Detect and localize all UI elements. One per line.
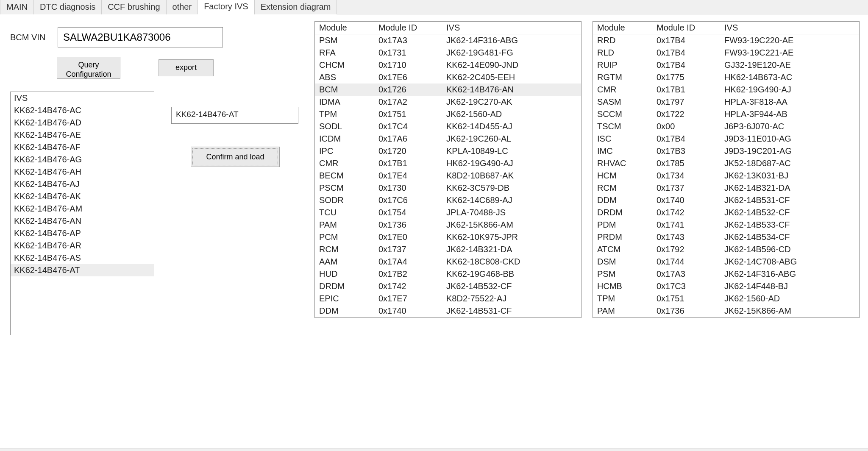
table-row[interactable]: RCM0x1737JK62-14B321-DA	[593, 182, 859, 194]
vin-label: BCM VIN	[10, 33, 58, 42]
table-row[interactable]: SODR0x17C6KK62-14C689-AJ	[315, 194, 581, 206]
query-configuration-button[interactable]: QueryConfiguration	[57, 57, 120, 79]
ivs-list-item[interactable]: KK62-14B476-AM	[11, 203, 154, 215]
table-row[interactable]: RFA0x1731JK62-19G481-FG	[315, 47, 581, 59]
ivs-list-item[interactable]: KK62-14B476-AH	[11, 166, 154, 178]
table-row[interactable]: DDM0x1740JK62-14B531-CF	[315, 305, 581, 317]
vin-input[interactable]	[58, 27, 223, 47]
col-module-id[interactable]: Module ID	[652, 22, 720, 34]
cell-module: SODL	[315, 120, 374, 133]
ivs-list[interactable]: IVSKK62-14B476-ACKK62-14B476-ADKK62-14B4…	[10, 92, 154, 335]
ivs-list-item[interactable]: KK62-14B476-AP	[11, 227, 154, 239]
table-row[interactable]: TPM0x1751JK62-1560-AD	[593, 292, 859, 305]
cell-module: ATCM	[593, 243, 652, 256]
table-row[interactable]: TSCM0x00J6P3-6J070-AC	[593, 120, 859, 133]
table-row[interactable]: BCM0x1726KK62-14B476-AN	[315, 84, 581, 96]
cell-id: 0x00	[652, 120, 720, 133]
table-row[interactable]: TCU0x1754JPLA-70488-JS	[315, 206, 581, 219]
tab-main[interactable]: MAIN	[0, 0, 34, 14]
table-row[interactable]: PSM0x17A3JK62-14F316-ABG	[593, 268, 859, 280]
table-row[interactable]: DRDM0x1742JK62-14B532-CF	[593, 206, 859, 219]
ivs-list-item[interactable]: KK62-14B476-AD	[11, 117, 154, 129]
col-module[interactable]: Module	[315, 22, 374, 34]
table-row[interactable]: IMC0x17B3J9D3-19C201-AG	[593, 145, 859, 157]
table-row[interactable]: HCM0x1734JK62-13K031-BJ	[593, 170, 859, 182]
cell-id: 0x17B2	[374, 268, 442, 280]
table-row[interactable]: RLD0x17B4FW93-19C221-AE	[593, 47, 859, 59]
table-row[interactable]: ICDM0x17A6JK62-19C260-AL	[315, 133, 581, 145]
tab-ccf-brushing[interactable]: CCF brushing	[101, 0, 166, 14]
cell-id: 0x1710	[374, 59, 442, 71]
ivs-list-item[interactable]: KK62-14B476-AF	[11, 141, 154, 153]
cell-id: 0x17A6	[374, 133, 442, 145]
cell-id: 0x17A3	[652, 268, 720, 280]
cell-ivs: JK62-13K031-BJ	[720, 170, 859, 182]
tab-factory-ivs[interactable]: Factory IVS	[198, 0, 254, 14]
table-row[interactable]: HUD0x17B2KK62-19G468-BB	[315, 268, 581, 280]
table-row[interactable]: SODL0x17C4KK62-14D455-AJ	[315, 120, 581, 133]
table-row[interactable]: PAM0x1736JK62-15K866-AM	[315, 219, 581, 231]
ivs-list-item[interactable]: KK62-14B476-AS	[11, 252, 154, 264]
cell-module: PSCM	[315, 182, 374, 194]
ivs-list-item[interactable]: KK62-14B476-AC	[11, 104, 154, 117]
table-row[interactable]: ATCM0x1792JK62-14B596-CD	[593, 243, 859, 256]
ivs-list-item[interactable]: KK62-14B476-AT	[11, 264, 154, 276]
tab-other[interactable]: other	[166, 0, 198, 14]
table-row[interactable]: SCCM0x1722HPLA-3F944-AB	[593, 108, 859, 120]
cell-ivs: JK62-14B534-CF	[720, 231, 859, 243]
table-row[interactable]: HCM0x1734JK62-13K031-BJ	[315, 317, 581, 318]
table-row[interactable]: RUIP0x17B4GJ32-19E120-AE	[593, 59, 859, 71]
table-row[interactable]: RGTM0x1775HK62-14B673-AC	[593, 71, 859, 84]
tab-extension-diagram[interactable]: Extension diagram	[254, 0, 337, 14]
table-row[interactable]: BECM0x17E4K8D2-10B687-AK	[315, 170, 581, 182]
table-row[interactable]: EPIC0x17E7K8D2-75522-AJ	[315, 292, 581, 305]
cell-id: 0x1730	[374, 182, 442, 194]
table-row[interactable]: RRD0x17B4FW93-19C220-AE	[593, 34, 859, 47]
table-row[interactable]: CMR0x17B1HK62-19G490-AJ	[315, 157, 581, 170]
confirm-and-load-button[interactable]: Confirm and load	[191, 147, 280, 167]
table-row[interactable]: DRDM0x1742JK62-14B532-CF	[315, 280, 581, 292]
modules-table-right[interactable]: Module Module ID IVS RRD0x17B4FW93-19C22…	[593, 21, 860, 318]
cell-module: PDM	[593, 219, 652, 231]
table-row[interactable]: PAM0x1736JK62-15K866-AM	[593, 305, 859, 317]
table-row[interactable]: ISC0x17B4J9D3-11E010-AG	[593, 133, 859, 145]
selected-ivs-field[interactable]: KK62-14B476-AT	[171, 107, 298, 124]
table-row[interactable]: CHCM0x1710KK62-14E090-JND	[315, 59, 581, 71]
cell-id: 0x17E7	[374, 292, 442, 305]
table-row[interactable]: PSM0x17A3JK62-14F316-ABG	[315, 34, 581, 47]
table-row[interactable]: DDM0x1740JK62-14B531-CF	[593, 194, 859, 206]
ivs-list-item[interactable]: KK62-14B476-AJ	[11, 178, 154, 190]
cell-module: PCM	[315, 231, 374, 243]
table-row[interactable]: RHVAC0x1785JK52-18D687-AC	[593, 157, 859, 170]
export-button[interactable]: export	[159, 59, 214, 76]
table-row[interactable]: PSCM0x1730KK62-3C579-DB	[315, 182, 581, 194]
table-row[interactable]: SASM0x1797HPLA-3F818-AA	[593, 96, 859, 108]
modules-table-left[interactable]: Module Module ID IVS PSM0x17A3JK62-14F31…	[314, 21, 581, 318]
table-row[interactable]: PCM0x17E0KK62-10K975-JPR	[315, 231, 581, 243]
col-module-id[interactable]: Module ID	[374, 22, 442, 34]
table-row[interactable]: RCM0x1737JK62-14B321-DA	[315, 243, 581, 256]
cell-id: 0x1742	[652, 206, 720, 219]
tab-dtc-diagnosis[interactable]: DTC diagnosis	[33, 0, 102, 14]
table-row[interactable]: HCMB0x17C3JK62-14F448-BJ	[593, 280, 859, 292]
ivs-list-item[interactable]: KK62-14B476-AE	[11, 129, 154, 141]
col-module[interactable]: Module	[593, 22, 652, 34]
table-row[interactable]: IDMA0x17A2JK62-19C270-AK	[315, 96, 581, 108]
col-ivs[interactable]: IVS	[442, 22, 581, 34]
ivs-list-item[interactable]: KK62-14B476-AK	[11, 190, 154, 203]
table-row[interactable]: AAM0x17A4KK62-18C808-CKD	[315, 256, 581, 268]
table-row[interactable]: PDM0x1741JK62-14B533-CF	[593, 219, 859, 231]
table-row[interactable]: HVAC0x1733JK62-18C612-BS	[593, 317, 859, 318]
ivs-list-item[interactable]: KK62-14B476-AN	[11, 215, 154, 227]
ivs-list-item[interactable]: KK62-14B476-AR	[11, 239, 154, 252]
table-row[interactable]: TPM0x1751JK62-1560-AD	[315, 108, 581, 120]
table-row[interactable]: CMR0x17B1HK62-19G490-AJ	[593, 84, 859, 96]
table-row[interactable]: DSM0x1744JK62-14C708-ABG	[593, 256, 859, 268]
table-row[interactable]: PRDM0x1743JK62-14B534-CF	[593, 231, 859, 243]
ivs-list-item[interactable]: KK62-14B476-AG	[11, 153, 154, 166]
cell-module: HCM	[593, 170, 652, 182]
cell-ivs: KK62-10K975-JPR	[442, 231, 581, 243]
table-row[interactable]: ABS0x17E6KK62-2C405-EEH	[315, 71, 581, 84]
table-row[interactable]: IPC0x1720KPLA-10849-LC	[315, 145, 581, 157]
col-ivs[interactable]: IVS	[720, 22, 859, 34]
